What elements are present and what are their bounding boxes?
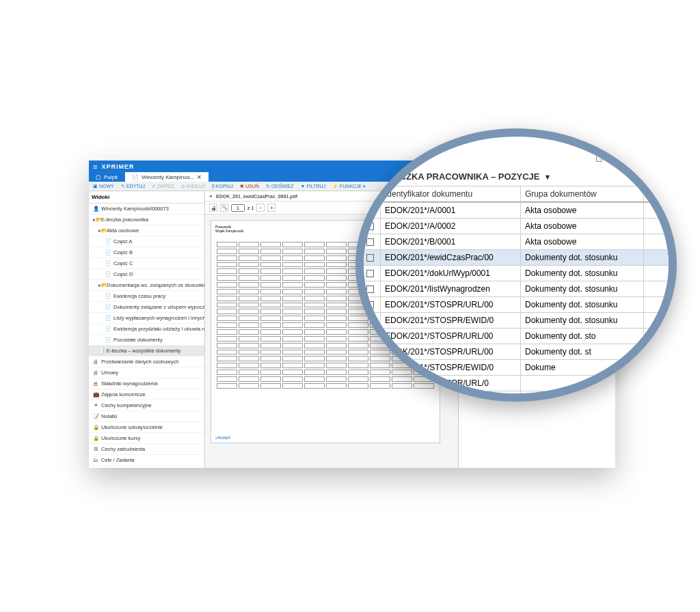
tree-item[interactable]: 🖨Składniki wynagrodzenia xyxy=(89,378,204,389)
tree-item[interactable]: 📄Listy wypłacanych wynagrodzeń i innych … xyxy=(89,313,204,324)
tree-item[interactable]: 🗂Cele / Zadania xyxy=(89,455,204,466)
collapse-icon[interactable]: ◂ xyxy=(209,193,212,199)
tree-item[interactable]: 📄Część B xyxy=(89,247,204,258)
row-checkbox[interactable] xyxy=(366,286,374,293)
tree-icon: 🖨 xyxy=(93,370,98,376)
tree-icon: 📄 xyxy=(105,304,111,310)
mag-row[interactable]: EDOK/201*/dokUrlWyp/0001Dokumenty dot. s… xyxy=(360,265,677,281)
tree-icon: 📑 xyxy=(98,348,104,354)
tb-nowy[interactable]: ▣ NOWY xyxy=(93,184,114,189)
tb-kopiuj[interactable]: ⎘ KOPIUJ xyxy=(212,184,233,189)
nav-tree: 👤Wincenty Kampinoski/000073▸📂E-teczka pr… xyxy=(89,204,204,468)
tb-usun[interactable]: ✖ USUŃ xyxy=(240,184,259,189)
tree-item[interactable]: ▸📂Dokumentacja ws. związanych ze stosunk… xyxy=(89,280,204,291)
tab-pulpit[interactable]: ▢ Pulpit xyxy=(89,172,125,182)
mag-wszystkie[interactable]: Wszys xyxy=(647,187,671,197)
mag-row[interactable]: EDOK/201*/B/0001Akta osobowe xyxy=(360,234,677,249)
tb-anuluj: ⊘ ANULUJ xyxy=(181,184,205,189)
tree-icon: 👤 xyxy=(93,206,98,212)
print-icon[interactable]: 🖨 xyxy=(209,204,217,212)
page-input[interactable] xyxy=(231,204,245,212)
row-checkbox[interactable] xyxy=(366,223,374,230)
tree-item[interactable]: 📄Pozostałe dokumenty xyxy=(89,335,204,346)
mag-header-row: Identyfikator dokumentu Grupa dokumentów xyxy=(360,186,677,202)
tree-item[interactable]: ▸📂Akta osobowe xyxy=(89,225,204,236)
tree-icon: 📝 xyxy=(93,413,98,419)
tree-item[interactable]: 📝Notatki xyxy=(89,411,204,422)
tree-icon: 🔒 xyxy=(93,424,98,430)
mag-row[interactable]: EDOK/201*/A/0002Akta osobowe xyxy=(360,218,677,234)
tree-item[interactable]: ✶Cechy kompetencyjne xyxy=(89,400,204,411)
tree-item[interactable]: 📄Część A xyxy=(89,236,204,247)
tree-icon: 📄 xyxy=(105,271,111,277)
mag-row[interactable]: EDOK/201*/listWynagrodzenDokumenty dot. … xyxy=(360,281,677,296)
sidebar: Widoki 👤Wincenty Kampinoski/000073▸📂E-te… xyxy=(89,191,205,468)
row-checkbox[interactable] xyxy=(366,301,374,309)
tree-icon: ▸📂 xyxy=(93,217,98,223)
tree-icon: 📄 xyxy=(105,260,111,266)
zoom-out-button[interactable]: − xyxy=(256,204,265,212)
tree-icon: ▸📂 xyxy=(98,227,104,234)
tree-item[interactable]: 🖨Umowy xyxy=(89,367,204,378)
tree-item[interactable]: 🖨Przetwarzanie danych osobowych xyxy=(89,357,204,367)
document-filename: EDOK_201_ewidCzasPrac_0001.pdf xyxy=(216,194,297,199)
tree-item[interactable]: ▸📂E-teczka pracownika xyxy=(89,214,204,225)
tb-funkcje[interactable]: ⚡ FUNKCJE ▾ xyxy=(332,184,366,189)
tree-item[interactable]: 📄Część C xyxy=(89,258,204,269)
tree-icon: ▸📂 xyxy=(98,282,104,288)
mag-row[interactable]: EDOK/201*/STOSPR/EWID/0Dokumenty dot. st… xyxy=(360,312,677,328)
mag-row[interactable]: EDOK/201*/STOSPR/URL/00Dokumenty dot. st… xyxy=(360,296,677,312)
tree-item[interactable]: 🔒Ukończone kursy xyxy=(89,433,204,444)
tree-item[interactable]: ⊞Cechy zatrudnienia xyxy=(89,444,204,455)
email-button[interactable]: ✉ EMAIL xyxy=(647,154,675,162)
row-checkbox[interactable] xyxy=(366,238,374,246)
tree-icon: ✶ xyxy=(93,402,98,408)
sidebar-heading: Widoki xyxy=(89,191,204,204)
tb-zapisz: ✔ ZAPISZ xyxy=(152,184,174,189)
mag-row[interactable]: EDOK/201*/ewidCzasPrac/00Dokumenty dot. … xyxy=(360,249,677,265)
tree-icon: 💼 xyxy=(93,391,98,398)
tree-icon: 📄 xyxy=(105,315,111,321)
mag-row[interactable]: EDOK/201*/A/0001Akta osobowe xyxy=(360,202,677,218)
mag-row[interactable]: EDOK/201*/STOSPR/URL/00Dokumenty dot. st xyxy=(360,344,677,359)
tree-icon: 📄 xyxy=(105,293,111,299)
mag-title: ⚙ E-TECZKA PRACOWNIKA – POZYCJE ▼ xyxy=(360,167,677,186)
tree-icon: 🔒 xyxy=(93,435,98,441)
tree-icon: ⊞ xyxy=(93,446,98,452)
tree-item[interactable]: 📄Ewidencja przydziału odzieży i obuwia r… xyxy=(89,324,204,335)
mag-row[interactable]: EDOK/201*/STOSPR/URL/00Dokumenty dot. st… xyxy=(360,328,677,344)
zadania-button[interactable]: 📋 ZADANIA ▾ xyxy=(595,154,639,162)
tree-item[interactable]: 🗂Odbyte szkolenia xyxy=(89,466,204,468)
row-checkbox[interactable] xyxy=(366,270,374,277)
tree-item[interactable]: 🔒Ukończone szkoły/uczelnie xyxy=(89,422,204,433)
tab-employee[interactable]: 📄 Wincenty Kampinos... ✕ xyxy=(125,172,209,182)
tree-icon: 🗂 xyxy=(93,457,98,463)
mag-top-actions: 📋 ZADANIA ▾ ✉ EMAIL xyxy=(360,152,677,167)
tree-item[interactable]: 👤Wincenty Kampinoski/000073 xyxy=(89,204,204,214)
tree-icon: 📄 xyxy=(105,326,111,332)
pdf-footer-brand: xPRIMER xyxy=(215,436,230,440)
page-total: z 1 xyxy=(247,206,254,210)
tree-icon: 📄 xyxy=(105,238,111,245)
tree-item[interactable]: 📄Dokumenty związane z urlopem wypoczynko… xyxy=(89,302,204,313)
menu-icon[interactable]: ≡ xyxy=(93,163,97,171)
tree-item[interactable]: 💼Zajęcia komornicze xyxy=(89,389,204,400)
tree-item[interactable]: 📑E-teczka – wszystkie dokumenty xyxy=(89,346,204,357)
tb-filtruj[interactable]: ▼ FILTRUJ xyxy=(301,184,325,189)
dropdown-icon[interactable]: ▼ xyxy=(544,173,552,181)
tree-icon: 🖨 xyxy=(93,359,98,365)
tree-icon: 📄 xyxy=(105,249,111,255)
tree-icon: 📄 xyxy=(105,337,111,343)
zoom-in-button[interactable]: + xyxy=(267,204,275,212)
app-logo: XPRIMER xyxy=(101,163,134,170)
tb-edytuj[interactable]: ✎ EDYTUJ xyxy=(121,184,145,189)
row-checkbox[interactable] xyxy=(366,254,374,262)
zoom-icon[interactable]: 🔍 xyxy=(220,204,228,212)
tree-item[interactable]: 📄Ewidencja czasu pracy xyxy=(89,291,204,302)
tree-icon: 🖨 xyxy=(93,380,98,387)
magnifier: 📋 ZADANIA ▾ ✉ EMAIL ⚙ E-TECZKA PRACOWNIK… xyxy=(355,128,677,402)
tree-item[interactable]: 📄Część D xyxy=(89,269,204,280)
tb-odswiez[interactable]: ↻ ODŚWIEŻ xyxy=(266,184,294,189)
